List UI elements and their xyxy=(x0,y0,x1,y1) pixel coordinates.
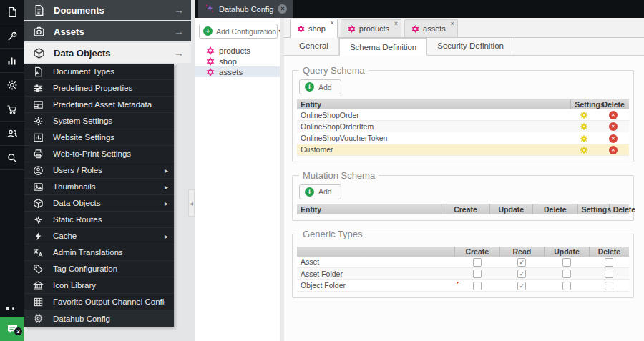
close-icon[interactable]: × xyxy=(451,21,454,27)
editor-tab-products[interactable]: products × xyxy=(341,19,401,37)
column-header-delete[interactable]: Delete xyxy=(589,247,629,257)
read-checkbox[interactable]: ✓ xyxy=(517,258,526,267)
sidebar-item-website-settings[interactable]: Website Settings▸ xyxy=(24,129,174,146)
update-checkbox[interactable]: ✓ xyxy=(562,258,571,267)
cart-icon[interactable] xyxy=(0,97,24,122)
delete-checkbox[interactable]: ✓ xyxy=(605,258,613,267)
activity-bar: 3 xyxy=(0,0,24,341)
hexagram-icon xyxy=(206,46,215,55)
column-header-delete[interactable]: Delete xyxy=(532,204,577,214)
column-header-create[interactable]: Create xyxy=(441,204,489,214)
sidebar-item-cache[interactable]: Cache▸ xyxy=(24,228,174,244)
hexagram-icon xyxy=(411,25,419,33)
table-row[interactable]: OnlineShopOrder × xyxy=(297,109,629,121)
table-row[interactable]: Customer × xyxy=(297,144,629,155)
document-types-icon xyxy=(33,66,44,77)
close-icon[interactable]: × xyxy=(394,21,398,27)
column-header-delete[interactable]: Delete xyxy=(597,99,629,109)
users-icon[interactable] xyxy=(0,122,24,146)
sidebar-item-admin-translations[interactable]: Admin Translations▸ xyxy=(24,244,174,261)
sidebar-item-icon-library[interactable]: Icon Library▸ xyxy=(24,277,174,294)
sidebar-submenu: Document Types▸ Predefined Properties▸ P… xyxy=(24,64,174,327)
column-header-delete[interactable]: Delete xyxy=(609,204,629,214)
subtab-general[interactable]: General xyxy=(289,37,339,55)
delete-checkbox[interactable]: ✓ xyxy=(605,270,613,278)
workspace-tab-datahub-config[interactable]: Datahub Config × xyxy=(198,0,293,18)
gear-icon[interactable] xyxy=(0,73,24,97)
column-header-entity[interactable]: Entity xyxy=(297,99,571,109)
gear-icon xyxy=(33,116,44,127)
sidebar-section-assets[interactable]: Assets → xyxy=(24,21,191,41)
sidebar-item-predefined-asset-metadata[interactable]: Predefined Asset Metadata▸ xyxy=(24,97,174,113)
hexagram-icon xyxy=(348,25,356,33)
mutation-schema-fieldset: Mutation Schema + Add Entity Create Upda… xyxy=(292,170,634,221)
column-header-settings[interactable]: Settings xyxy=(577,204,609,214)
sidebar-item-document-types[interactable]: Document Types▸ xyxy=(24,64,174,80)
tree-item-assets[interactable]: assets xyxy=(195,66,280,77)
column-header-update[interactable]: Update xyxy=(545,247,590,257)
settings-gear-icon[interactable] xyxy=(580,111,588,119)
workspace-tabbar: Datahub Config × xyxy=(195,0,644,18)
column-header-settings[interactable]: Settings xyxy=(571,99,597,109)
sidebar-item-web-to-print-settings[interactable]: Web-to-Print Settings▸ xyxy=(24,146,174,162)
settings-gear-icon[interactable] xyxy=(580,146,588,154)
column-header-read[interactable]: Read xyxy=(499,247,545,257)
wrench-icon[interactable] xyxy=(0,24,24,49)
sidebar-item-datahub-config[interactable]: Datahub Config▸ xyxy=(24,310,174,327)
column-header-create[interactable]: Create xyxy=(454,247,499,257)
column-header-update[interactable]: Update xyxy=(489,204,532,214)
panel-collapse-handle[interactable]: ◀ xyxy=(188,189,195,217)
editor-tab-assets[interactable]: assets × xyxy=(404,19,458,37)
sidebar-item-thumbnails[interactable]: Thumbnails▸ xyxy=(24,179,174,195)
bar-chart-icon[interactable] xyxy=(0,49,24,73)
settings-gear-icon[interactable] xyxy=(580,134,588,143)
arrow-right-icon: → xyxy=(174,4,184,16)
generic-types-legend: Generic Types xyxy=(299,229,366,239)
tree-item-products[interactable]: products xyxy=(195,45,280,56)
delete-icon[interactable]: × xyxy=(609,122,618,131)
table-row[interactable]: OnlineShopOrderItem × xyxy=(297,121,629,132)
mutation-schema-legend: Mutation Schema xyxy=(299,170,379,181)
delete-icon[interactable]: × xyxy=(609,111,618,119)
subtab-security-definition[interactable]: Security Definition xyxy=(427,37,514,55)
editor-tab-shop[interactable]: shop × xyxy=(290,19,338,38)
settings-gear-icon[interactable] xyxy=(580,122,588,131)
table-row[interactable]: OnlineShopVoucherToken × xyxy=(297,132,629,144)
query-schema-add-button[interactable]: + Add xyxy=(299,79,341,94)
documents-icon xyxy=(33,4,45,16)
update-checkbox[interactable]: ✓ xyxy=(562,270,571,278)
vertical-splitter[interactable] xyxy=(280,18,284,341)
close-icon[interactable]: × xyxy=(278,4,287,14)
column-header-entity[interactable]: Entity xyxy=(297,204,441,214)
sidebar-item-favorite-output-channel-configurations[interactable]: Favorite Output Channel Configurations▸ xyxy=(24,294,174,310)
generic-types-fieldset: Generic Types Create Read Update Delete … xyxy=(292,229,634,298)
create-checkbox[interactable]: ✓ xyxy=(473,282,482,290)
sidebar-item-tag-configuration[interactable]: Tag Configuration▸ xyxy=(24,261,174,277)
read-checkbox[interactable]: ✓ xyxy=(517,270,526,278)
search-icon[interactable] xyxy=(0,146,24,170)
delete-icon[interactable]: × xyxy=(609,146,618,154)
chat-button[interactable]: 3 xyxy=(0,317,24,341)
sidebar-item-system-settings[interactable]: System Settings▸ xyxy=(24,113,174,129)
sidebar-section-data-objects[interactable]: Data Objects → xyxy=(24,43,191,63)
plus-icon: + xyxy=(305,187,314,197)
sidebar-section-documents[interactable]: Documents → xyxy=(24,0,191,20)
sidebar-item-predefined-properties[interactable]: Predefined Properties▸ xyxy=(24,80,174,97)
mutation-schema-add-button[interactable]: + Add xyxy=(299,184,341,199)
read-checkbox[interactable]: ✓ xyxy=(517,282,526,290)
delete-icon[interactable]: × xyxy=(609,134,618,143)
update-checkbox[interactable]: ✓ xyxy=(562,282,571,290)
sidebar-item-data-objects[interactable]: Data Objects▸ xyxy=(24,195,174,212)
bank-icon xyxy=(33,280,44,291)
tree-item-shop[interactable]: shop xyxy=(195,56,280,66)
workspace-tab-label: Datahub Config xyxy=(219,5,273,14)
add-configuration-button[interactable]: + Add Configuration ▼ xyxy=(199,24,278,39)
close-icon[interactable]: × xyxy=(331,20,334,26)
subtab-schema-definition[interactable]: Schema Definition xyxy=(339,38,427,56)
create-checkbox[interactable]: ✓ xyxy=(473,258,482,267)
sidebar-item-users-roles[interactable]: Users / Roles▸ xyxy=(24,162,174,179)
sidebar-item-static-routes[interactable]: Static Routes▸ xyxy=(24,212,174,228)
delete-checkbox[interactable]: ✓ xyxy=(605,282,613,290)
file-icon[interactable] xyxy=(0,0,24,24)
create-checkbox[interactable]: ✓ xyxy=(473,270,482,278)
